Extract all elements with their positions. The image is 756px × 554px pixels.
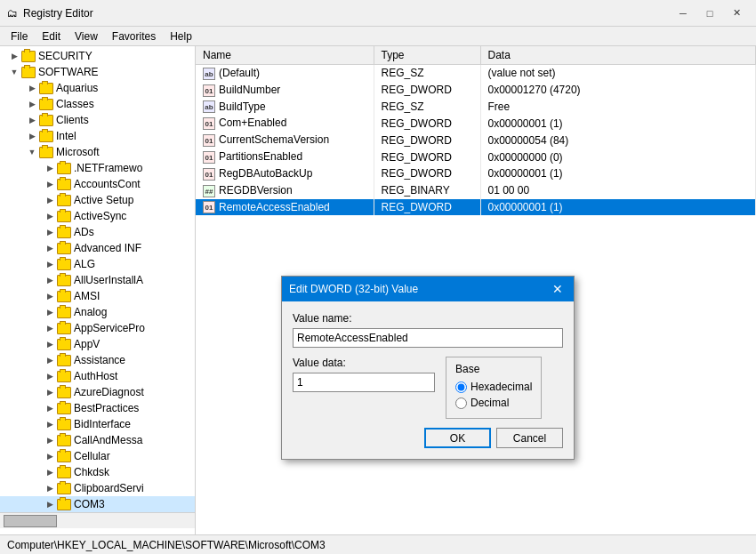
reg-type-icon: 01 xyxy=(203,84,215,97)
tree-label: AppServicePro xyxy=(74,322,145,334)
tree-item-microsoft[interactable]: ▼ Microsoft xyxy=(0,144,195,160)
reg-type-icon: ab xyxy=(203,100,215,113)
hexadecimal-radio[interactable] xyxy=(455,381,467,393)
table-row[interactable]: 01Com+EnabledREG_DWORD0x00000001 (1) xyxy=(196,115,756,132)
folder-icon xyxy=(57,211,71,222)
tree-label: AMSI xyxy=(74,290,100,302)
expander-icon: ▶ xyxy=(25,81,39,95)
tree-item-advanced[interactable]: ▶ Advanced INF xyxy=(0,240,195,256)
cancel-button[interactable]: Cancel xyxy=(496,428,563,448)
folder-icon xyxy=(57,307,71,318)
table-row[interactable]: 01PartitionsEnabledREG_DWORD0x00000000 (… xyxy=(196,149,756,165)
folder-icon xyxy=(57,499,71,510)
tree-item-cellular[interactable]: ▶ Cellular xyxy=(0,448,195,464)
expander-icon: ▶ xyxy=(43,385,57,399)
expander-icon: ▶ xyxy=(43,481,57,495)
decimal-radio[interactable] xyxy=(455,397,467,409)
table-row[interactable]: 01CurrentSchemaVersionREG_DWORD0x0000005… xyxy=(196,132,756,149)
value-data-input[interactable] xyxy=(293,373,435,392)
tree-item-callandmessa[interactable]: ▶ CallAndMessa xyxy=(0,432,195,448)
tree-label: Microsoft xyxy=(56,146,100,158)
tree-item-chkdsk[interactable]: ▶ Chkdsk xyxy=(0,464,195,480)
close-button[interactable]: ✕ xyxy=(724,4,749,22)
tree-label: ClipboardServi xyxy=(74,482,144,494)
cell-data: 0x00001270 (4720) xyxy=(480,82,756,99)
folder-icon xyxy=(39,83,53,94)
dialog-close-button[interactable]: ✕ xyxy=(549,280,567,298)
menu-file[interactable]: File xyxy=(4,28,35,44)
tree-item-aquarius[interactable]: ▶ Aquarius xyxy=(0,80,195,96)
tree-item-classes[interactable]: ▶ Classes xyxy=(0,96,195,112)
menu-view[interactable]: View xyxy=(68,28,105,44)
minimize-button[interactable]: ─ xyxy=(671,4,696,22)
tree-item-appv[interactable]: ▶ AppV xyxy=(0,336,195,352)
tree-scrollbar[interactable] xyxy=(0,512,195,528)
tree-item-intel[interactable]: ▶ Intel xyxy=(0,128,195,144)
cell-type: REG_SZ xyxy=(374,65,480,82)
title-bar-left: 🗂 Registry Editor xyxy=(7,7,93,20)
table-row[interactable]: ##REGDBVersionREG_BINARY01 00 00 xyxy=(196,182,756,199)
tree-item-com3[interactable]: ▶ COM3 xyxy=(0,496,195,512)
tree-item-azurediag[interactable]: ▶ AzureDiagnost xyxy=(0,384,195,400)
tree-item-netframework[interactable]: ▶ .NETFramewo xyxy=(0,160,195,176)
cell-type: REG_DWORD xyxy=(374,115,480,132)
tree-item-activesync[interactable]: ▶ ActiveSync xyxy=(0,208,195,224)
tree-label: Chkdsk xyxy=(74,466,109,478)
maximize-button[interactable]: □ xyxy=(697,4,722,22)
base-group: Base Hexadecimal Decimal xyxy=(446,357,542,419)
tree-item-activesetup[interactable]: ▶ Active Setup xyxy=(0,192,195,208)
tree-item-clients[interactable]: ▶ Clients xyxy=(0,112,195,128)
expander-icon: ▶ xyxy=(43,353,57,367)
tree-item-appservice[interactable]: ▶ AppServicePro xyxy=(0,320,195,336)
folder-icon xyxy=(57,275,71,286)
tree-item-accountscont[interactable]: ▶ AccountsCont xyxy=(0,176,195,192)
value-data-label: Value data: xyxy=(293,357,435,369)
reg-type-icon: ab xyxy=(203,68,215,80)
tree-item-clipboard[interactable]: ▶ ClipboardServi xyxy=(0,480,195,496)
tree-panel[interactable]: ▶ SECURITY ▼ SOFTWARE ▶ Aquarius ▶ Class… xyxy=(0,46,196,534)
col-type: Type xyxy=(374,46,480,65)
expander-icon: ▶ xyxy=(43,401,57,415)
table-row[interactable]: 01BuildNumberREG_DWORD0x00001270 (4720) xyxy=(196,82,756,99)
tree-item-alg[interactable]: ▶ ALG xyxy=(0,256,195,272)
folder-icon xyxy=(39,99,53,110)
tree-label: BidInterface xyxy=(74,418,131,430)
tree-label: CallAndMessa xyxy=(74,434,142,446)
table-row[interactable]: 01RegDBAutoBackUpREG_DWORD0x00000001 (1) xyxy=(196,165,756,182)
table-row[interactable]: ab(Default)REG_SZ(value not set) xyxy=(196,65,756,82)
expander-icon: ▶ xyxy=(43,289,57,303)
ok-button[interactable]: OK xyxy=(424,428,491,448)
folder-icon xyxy=(57,339,71,350)
menu-edit[interactable]: Edit xyxy=(35,28,68,44)
folder-icon xyxy=(57,451,71,462)
tree-item-software[interactable]: ▼ SOFTWARE xyxy=(0,64,195,80)
cell-type: REG_BINARY xyxy=(374,182,480,199)
menu-favorites[interactable]: Favorites xyxy=(105,28,163,44)
tree-item-assistance[interactable]: ▶ Assistance xyxy=(0,352,195,368)
tree-item-authhost[interactable]: ▶ AuthHost xyxy=(0,368,195,384)
cell-name: ##REGDBVersion xyxy=(196,182,374,199)
menu-bar: File Edit View Favorites Help xyxy=(0,27,756,46)
value-name-input[interactable] xyxy=(293,328,563,348)
cell-data: 0x00000001 (1) xyxy=(480,199,756,216)
tree-item-bestpractices[interactable]: ▶ BestPractices xyxy=(0,400,195,416)
tree-item-analog[interactable]: ▶ Analog xyxy=(0,304,195,320)
menu-help[interactable]: Help xyxy=(163,28,199,44)
tree-item-amsi[interactable]: ▶ AMSI xyxy=(0,288,195,304)
expander-icon: ▶ xyxy=(43,465,57,479)
tree-label: Classes xyxy=(56,98,94,110)
scroll-thumb[interactable] xyxy=(4,515,57,527)
tree-item-security[interactable]: ▶ SECURITY xyxy=(0,48,195,64)
tree-item-bidinterface[interactable]: ▶ BidInterface xyxy=(0,416,195,432)
tree-label: AzureDiagnost xyxy=(74,386,144,398)
tree-item-ads[interactable]: ▶ ADs xyxy=(0,224,195,240)
tree-label: AuthHost xyxy=(74,370,117,382)
table-row[interactable]: 01RemoteAccessEnabledREG_DWORD0x00000001… xyxy=(196,199,756,216)
expander-icon: ▶ xyxy=(43,177,57,191)
cell-data: 0x00000001 (1) xyxy=(480,115,756,132)
cell-name: abBuildType xyxy=(196,99,374,116)
tree-item-alluserinstall[interactable]: ▶ AllUserInstallA xyxy=(0,272,195,288)
cell-type: REG_DWORD xyxy=(374,132,480,149)
table-row[interactable]: abBuildTypeREG_SZFree xyxy=(196,99,756,116)
expander-icon: ▼ xyxy=(7,65,21,79)
